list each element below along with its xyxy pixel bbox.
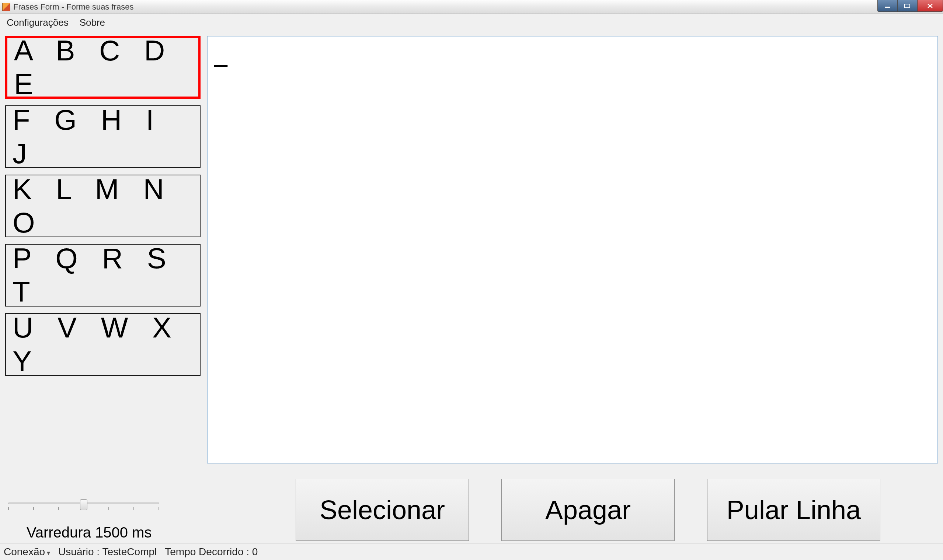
window-controls [877, 0, 943, 12]
status-elapsed: Tempo Decorrido : 0 [165, 546, 258, 558]
close-button[interactable] [917, 0, 943, 12]
client-area: A B C D E F G H I J K L M N O P Q R S T … [0, 31, 943, 475]
status-connection[interactable]: Conexão [4, 546, 50, 558]
window-titlebar: Frases Form - Forme suas frases [0, 0, 943, 14]
letter-group-fghij[interactable]: F G H I J [5, 105, 200, 168]
bottom-controls: Varredura 1500 ms Selecionar Apagar Pula… [0, 475, 943, 543]
scan-slider[interactable] [8, 500, 159, 513]
app-icon [2, 3, 10, 11]
letter-group-klmno[interactable]: K L M N O [5, 175, 200, 237]
letter-group-label: K L M N O [12, 172, 200, 240]
select-button[interactable]: Selecionar [296, 479, 469, 541]
button-label: Apagar [545, 495, 631, 525]
menu-sobre[interactable]: Sobre [80, 17, 105, 28]
maximize-button[interactable] [897, 0, 917, 12]
svg-rect-1 [904, 4, 910, 8]
letter-group-pqrst[interactable]: P Q R S T [5, 244, 200, 306]
window-title: Frases Form - Forme suas frases [13, 2, 134, 12]
scan-slider-block: Varredura 1500 ms [5, 500, 285, 541]
close-icon [926, 3, 934, 9]
newline-button[interactable]: Pular Linha [707, 479, 880, 541]
button-label: Selecionar [320, 495, 445, 525]
output-area-wrap [207, 36, 938, 463]
letter-group-label: A B C D E [14, 34, 198, 101]
statusbar: Conexão Usuário : TesteCompl Tempo Decor… [0, 543, 943, 560]
status-user: Usuário : TesteCompl [58, 546, 157, 558]
letter-group-abcde[interactable]: A B C D E [5, 36, 200, 99]
menubar: Configurações Sobre [0, 14, 943, 31]
erase-button[interactable]: Apagar [501, 479, 675, 541]
menu-configuracoes[interactable]: Configurações [7, 17, 69, 28]
letter-group-label: F G H I J [12, 103, 200, 170]
minimize-button[interactable] [877, 0, 897, 12]
letter-groups-panel: A B C D E F G H I J K L M N O P Q R S T … [5, 36, 200, 376]
letter-group-label: U V W X Y [12, 311, 200, 378]
slider-thumb[interactable] [80, 499, 87, 510]
maximize-icon [904, 3, 911, 8]
output-textarea[interactable] [207, 36, 938, 463]
minimize-icon [884, 3, 891, 8]
letter-group-label: P Q R S T [12, 242, 200, 309]
svg-rect-0 [885, 7, 890, 8]
letter-group-uvwxy[interactable]: U V W X Y [5, 313, 200, 376]
button-label: Pular Linha [727, 495, 861, 525]
scan-label: Varredura 1500 ms [26, 524, 151, 541]
